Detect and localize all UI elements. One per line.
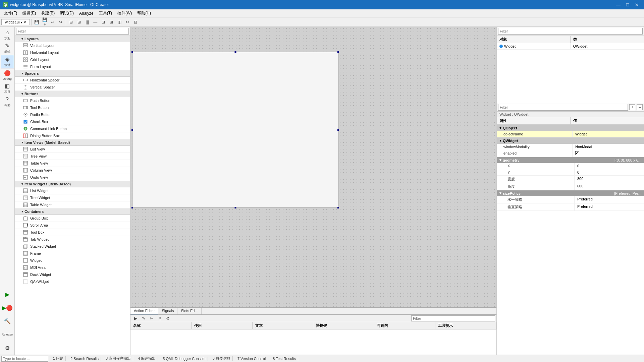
close-tab-btn[interactable]: ▾ ✕ bbox=[21, 20, 26, 24]
nav-welcome[interactable]: ⌂ 欢迎 bbox=[1, 28, 14, 42]
item-tool-button[interactable]: ▾ Tool Button bbox=[15, 104, 130, 111]
menu-analyze[interactable]: Analyze bbox=[76, 10, 96, 16]
status-version-control[interactable]: 7 Version Control bbox=[235, 357, 268, 361]
nav-project[interactable]: ◧ 项目 bbox=[1, 82, 14, 95]
prop-v-policy[interactable]: 垂直策略 Preferred bbox=[497, 203, 644, 211]
prop-y[interactable]: Y 0 bbox=[497, 169, 644, 176]
menu-help[interactable]: 帮助(H) bbox=[135, 10, 154, 17]
menu-debug[interactable]: 调试(D) bbox=[57, 10, 76, 17]
item-stacked-widget[interactable]: Stacked Widget bbox=[15, 243, 130, 250]
obj-row-widget[interactable]: Widget QWidget bbox=[497, 43, 644, 50]
tb-adjust[interactable]: ⊡ bbox=[132, 18, 139, 26]
menu-build[interactable]: 构建(B) bbox=[39, 10, 57, 17]
obj-filter-input[interactable] bbox=[498, 28, 643, 35]
handle-tr[interactable] bbox=[337, 51, 339, 53]
item-command-link-button[interactable]: ➤ Command Link Button bbox=[15, 125, 130, 132]
tb-layout5[interactable]: ⊡ bbox=[100, 18, 107, 26]
status-search-results[interactable]: 2 Search Results bbox=[68, 357, 101, 361]
item-group-box[interactable]: GB Group Box bbox=[15, 215, 130, 222]
item-grid-layout[interactable]: Grid Layout bbox=[15, 56, 130, 63]
nav-debug[interactable]: 🔴 Debug bbox=[1, 68, 14, 82]
item-check-box[interactable]: Check Box bbox=[15, 118, 130, 125]
section-sizepolicy-collapse[interactable]: ▾ bbox=[499, 191, 501, 195]
collapse-layouts-icon[interactable]: ▾ bbox=[21, 37, 23, 41]
item-tree-widget[interactable]: Tree Widget bbox=[15, 194, 130, 201]
action-settings[interactable]: ⚙ bbox=[164, 315, 171, 322]
nav-design[interactable]: ◈ 设计 bbox=[1, 55, 14, 68]
tb-layout2[interactable]: ⊞ bbox=[75, 18, 83, 26]
section-qwidget-collapse[interactable]: ▾ bbox=[499, 138, 501, 143]
prop-height[interactable]: 高度 600 bbox=[497, 183, 644, 190]
item-radio-button[interactable]: Radio Button bbox=[15, 111, 130, 118]
collapse-spacers-icon[interactable]: ▾ bbox=[21, 72, 23, 75]
canvas-wrapper[interactable] bbox=[130, 27, 496, 307]
props-add-btn[interactable]: + bbox=[629, 104, 635, 110]
item-list-view[interactable]: List View bbox=[15, 146, 130, 153]
item-dialog-button-box[interactable]: Dialog Button Box bbox=[15, 132, 130, 139]
handle-bl[interactable] bbox=[131, 207, 133, 208]
status-compile-output[interactable]: 4 编译输出 bbox=[136, 356, 158, 361]
action-copy[interactable]: ⎘ bbox=[156, 315, 163, 322]
handle-ml[interactable] bbox=[131, 129, 133, 131]
item-tool-box[interactable]: Tool Box bbox=[15, 229, 130, 236]
tb-layout1[interactable]: ⊟ bbox=[67, 18, 75, 26]
tb-layout4[interactable]: — bbox=[92, 18, 99, 26]
section-sizepolicy[interactable]: ▾ sizePolicy [Preferred, Pre... bbox=[497, 190, 644, 196]
tb-layout6[interactable]: ⊞ bbox=[108, 18, 115, 26]
item-column-view[interactable]: Column View bbox=[15, 167, 130, 174]
props-filter-input[interactable] bbox=[498, 104, 628, 111]
nav-edit[interactable]: ✎ 编辑 bbox=[1, 42, 14, 55]
tab-action-editor[interactable]: Action Editor bbox=[130, 308, 158, 314]
collapse-containers-icon[interactable]: ▾ bbox=[21, 210, 23, 213]
tb-save-all[interactable]: 💾+ bbox=[41, 18, 48, 26]
handle-tc[interactable] bbox=[234, 51, 236, 53]
menu-controls[interactable]: 控件(W) bbox=[115, 10, 135, 17]
action-edit[interactable]: ✎ bbox=[140, 315, 147, 322]
section-geometry-collapse[interactable]: ▾ bbox=[499, 158, 501, 162]
item-table-view[interactable]: Table View bbox=[15, 160, 130, 167]
close-button[interactable]: ✕ bbox=[633, 1, 641, 8]
collapse-item-views-icon[interactable]: ▾ bbox=[21, 141, 23, 144]
widget-filter-input[interactable] bbox=[16, 28, 129, 35]
tab-slots-editor[interactable]: Slots Ed··· bbox=[177, 308, 201, 314]
item-tab-widget[interactable]: Tab Widget bbox=[15, 236, 130, 243]
item-table-widget[interactable]: Table Widget bbox=[15, 201, 130, 208]
prop-window-modality[interactable]: windowModality NonModal bbox=[497, 144, 644, 150]
menu-edit[interactable]: 编辑(E) bbox=[20, 10, 39, 17]
nav-build[interactable]: 🔨 bbox=[1, 314, 14, 328]
action-new[interactable]: ▶ bbox=[132, 315, 139, 322]
nav-run-debug[interactable]: ▶🔴 bbox=[1, 301, 14, 314]
handle-tl[interactable] bbox=[131, 51, 133, 53]
section-qwidget[interactable]: ▾ QWidget bbox=[497, 137, 644, 144]
item-qax-widget[interactable]: QAxWidget bbox=[15, 278, 130, 285]
section-geometry[interactable]: ▾ geometry [(0, 0), 800 x 6... bbox=[497, 157, 644, 163]
status-app-output[interactable]: 3 应用程序输出 bbox=[104, 356, 133, 361]
section-qobject[interactable]: ▾ QObject bbox=[497, 125, 644, 131]
status-qml-debugger[interactable]: 5 QML Debugger Console bbox=[161, 357, 208, 361]
tab-signals[interactable]: Signals bbox=[158, 308, 177, 314]
tb-layout7[interactable]: ◫ bbox=[116, 18, 123, 26]
menu-tools[interactable]: 工具(T) bbox=[96, 10, 115, 17]
prop-h-policy[interactable]: 水平策略 Preferred bbox=[497, 196, 644, 203]
handle-mr[interactable] bbox=[337, 129, 339, 131]
item-mdi-area[interactable]: MDI Area bbox=[15, 264, 130, 271]
section-buttons[interactable]: ▾ Buttons bbox=[15, 91, 130, 97]
item-scroll-area[interactable]: Scroll Area bbox=[15, 222, 130, 229]
section-layouts[interactable]: ▾ Layouts bbox=[15, 36, 130, 42]
enabled-checkbox[interactable] bbox=[575, 151, 579, 155]
prop-width[interactable]: 宽度 800 bbox=[497, 176, 644, 183]
prop-enabled[interactable]: enabled bbox=[497, 150, 644, 157]
action-cut[interactable]: ✂ bbox=[148, 315, 155, 322]
item-widget[interactable]: Widget bbox=[15, 257, 130, 264]
nav-help[interactable]: ? 帮助 bbox=[1, 95, 14, 109]
section-containers[interactable]: ▾ Containers bbox=[15, 208, 130, 215]
tb-redo[interactable]: ↪ bbox=[57, 18, 64, 26]
section-qobject-collapse[interactable]: ▾ bbox=[499, 126, 501, 130]
section-spacers[interactable]: ▾ Spacers bbox=[15, 70, 130, 77]
item-dock-widget[interactable]: Dock Widget bbox=[15, 271, 130, 278]
handle-bc[interactable] bbox=[234, 207, 236, 208]
tb-save[interactable]: 💾 bbox=[33, 18, 40, 26]
status-problems[interactable]: 1 问题 bbox=[51, 356, 66, 361]
item-frame[interactable]: Frame bbox=[15, 250, 130, 257]
prop-objectname[interactable]: objectName Widget bbox=[497, 131, 644, 137]
